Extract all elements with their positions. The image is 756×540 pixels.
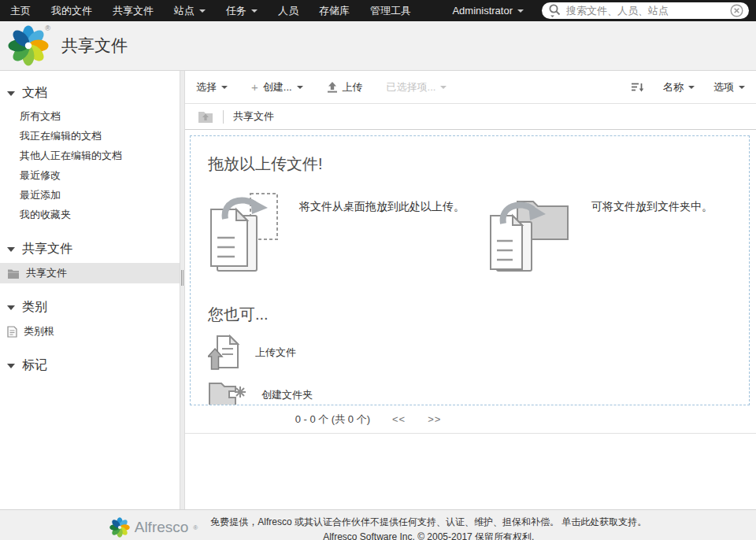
sidebar-item-all-documents[interactable]: 所有文档: [0, 107, 180, 127]
triangle-down-icon: [7, 247, 15, 252]
sidebar-section-tags: 标记: [0, 357, 180, 374]
create-folder-link[interactable]: 创建文件夹: [261, 388, 313, 402]
document-list-toolbar: 选择 + 创建... 上传 已选择项...: [185, 71, 756, 104]
upload-button[interactable]: 上传: [327, 80, 363, 94]
page-title: 共享文件: [61, 35, 128, 57]
triangle-down-icon: [7, 305, 15, 310]
sidebar-section-title-tags[interactable]: 标记: [0, 357, 180, 374]
search-clear-icon[interactable]: [730, 4, 743, 17]
global-search-box: [542, 2, 749, 19]
footer-brand-text: Alfresco: [135, 519, 189, 536]
search-input[interactable]: [566, 5, 730, 17]
footer-support-link[interactable]: 单击此处获取支持。: [561, 516, 647, 527]
nav-home[interactable]: 主页: [0, 0, 41, 21]
triangle-down-icon: [7, 91, 15, 96]
footer-copyright: Alfresco Software Inc. © 2005-2017 保留所有权…: [210, 530, 647, 540]
options-menu-button[interactable]: 选项: [713, 80, 745, 94]
sidebar-splitter: [180, 71, 185, 509]
chevron-down-icon: [440, 86, 447, 89]
paginator: 0 - 0 个 (共 0 个) << >>: [185, 405, 756, 434]
select-menu-button[interactable]: 选择: [196, 80, 228, 94]
nav-my-files[interactable]: 我的文件: [41, 0, 102, 21]
drag-drop-upload-zone[interactable]: 拖放以上传文件!: [190, 135, 750, 405]
breadcrumb-current-folder[interactable]: 共享文件: [233, 109, 274, 124]
chevron-down-icon: [739, 86, 745, 89]
nav-admin-tools[interactable]: 管理工具: [360, 0, 421, 21]
dropzone-desktop-hint-text: 将文件从桌面拖放到此处以上传。: [299, 184, 469, 282]
flower-petals: [9, 26, 49, 66]
nav-tasks-menu[interactable]: 任务: [216, 0, 268, 21]
nav-sites-menu[interactable]: 站点: [164, 0, 216, 21]
create-folder-action[interactable]: 创建文件夹: [208, 380, 741, 405]
sidebar: 文档 所有文档 我正在编辑的文档 其他人正在编辑的文档 最近修改 最近添加 我的…: [0, 71, 180, 509]
registered-mark: ®: [45, 24, 50, 32]
sidebar-section-shared-files: 共享文件 共享文件: [0, 241, 180, 283]
folder-icon: [7, 268, 20, 279]
plus-icon: +: [251, 80, 258, 94]
top-navigation-bar: 主页 我的文件 共享文件 站点 任务 人员 存储库 管理工具 Administr…: [0, 0, 756, 21]
nav-people[interactable]: 人员: [268, 0, 309, 21]
paginator-previous[interactable]: <<: [392, 413, 406, 425]
footer-text: 免费提供，Alfresco 或其认证合作伙伴不提供任何支持、认证、维护、担保和补…: [210, 515, 647, 540]
user-menu[interactable]: Administrator: [442, 0, 534, 21]
sidebar-item-shared-files-root[interactable]: 共享文件: [0, 263, 180, 283]
dropzone-title: 拖放以上传文件!: [208, 153, 741, 175]
sidebar-item-category-root[interactable]: 类别根: [0, 321, 180, 342]
sidebar-item-im-editing[interactable]: 我正在编辑的文档: [0, 127, 180, 146]
registered-mark: ®: [193, 524, 198, 531]
upload-icon: [327, 82, 338, 93]
main-panel: 选择 + 创建... 上传 已选择项...: [185, 71, 756, 509]
category-page-icon: [7, 326, 17, 338]
chevron-down-icon: [221, 86, 228, 89]
upload-file-link[interactable]: 上传文件: [255, 346, 296, 360]
chevron-down-icon: [199, 9, 206, 13]
page-header: ® 共享文件: [0, 21, 756, 71]
alfresco-logo: ®: [8, 25, 49, 66]
folder-up-icon[interactable]: [198, 110, 213, 123]
selected-items-button[interactable]: 已选择项...: [387, 80, 447, 94]
footer-alfresco-logo: Alfresco®: [109, 515, 198, 538]
upload-file-icon[interactable]: [208, 335, 241, 371]
sidebar-item-recently-added[interactable]: 最近添加: [0, 186, 180, 205]
nav-repository[interactable]: 存储库: [309, 0, 360, 21]
sidebar-section-title-categories[interactable]: 类别: [0, 299, 180, 316]
sidebar-section-title-documents[interactable]: 文档: [0, 85, 180, 102]
footer-disclaimer: 免费提供，Alfresco 或其认证合作伙伴不提供任何支持、认证、维护、担保和补…: [210, 516, 559, 527]
chevron-down-icon: [297, 86, 303, 89]
sort-field-button[interactable]: 名称: [663, 80, 695, 94]
drag-documents-illustration: [208, 184, 280, 282]
sidebar-item-others-editing[interactable]: 其他人正在编辑的文档: [0, 146, 180, 166]
sidebar-section-documents: 文档 所有文档 我正在编辑的文档 其他人正在编辑的文档 最近修改 最近添加 我的…: [0, 85, 180, 225]
triangle-down-icon: [7, 364, 15, 368]
paginator-next[interactable]: >>: [428, 413, 441, 425]
drop-into-folder-illustration: [481, 184, 573, 282]
sidebar-section-title-shared-files[interactable]: 共享文件: [0, 241, 180, 257]
search-icon[interactable]: [548, 3, 561, 18]
page-footer: Alfresco® 免费提供，Alfresco 或其认证合作伙伴不提供任何支持、…: [0, 509, 756, 540]
create-folder-icon[interactable]: [208, 380, 247, 405]
paginator-range: 0 - 0 个 (共 0 个): [295, 412, 370, 427]
sidebar-section-categories: 类别 类别根: [0, 299, 180, 342]
empty-area: [185, 434, 756, 509]
upload-file-action[interactable]: 上传文件: [208, 335, 741, 371]
sort-direction-icon[interactable]: [631, 82, 644, 93]
nav-shared-files[interactable]: 共享文件: [102, 0, 164, 21]
chevron-down-icon: [688, 86, 695, 89]
sidebar-item-recently-modified[interactable]: 最近修改: [0, 166, 180, 186]
breadcrumb: 共享文件: [185, 104, 756, 130]
breadcrumb-divider: [223, 110, 224, 124]
dropzone-alternative-title: 您也可...: [208, 304, 741, 325]
sidebar-resize-handle[interactable]: [181, 270, 183, 286]
dropzone-desktop-hint: 将文件从桌面拖放到此处以上传。: [208, 184, 469, 282]
chevron-down-icon: [517, 9, 524, 13]
create-menu-button[interactable]: + 创建...: [251, 80, 303, 94]
dropzone-folder-hint: 可将文件放到文件夹中。: [469, 184, 750, 282]
sidebar-item-my-favorites[interactable]: 我的收藏夹: [0, 205, 180, 225]
dropzone-folder-hint-text: 可将文件放到文件夹中。: [591, 184, 750, 282]
chevron-down-icon: [251, 9, 258, 13]
